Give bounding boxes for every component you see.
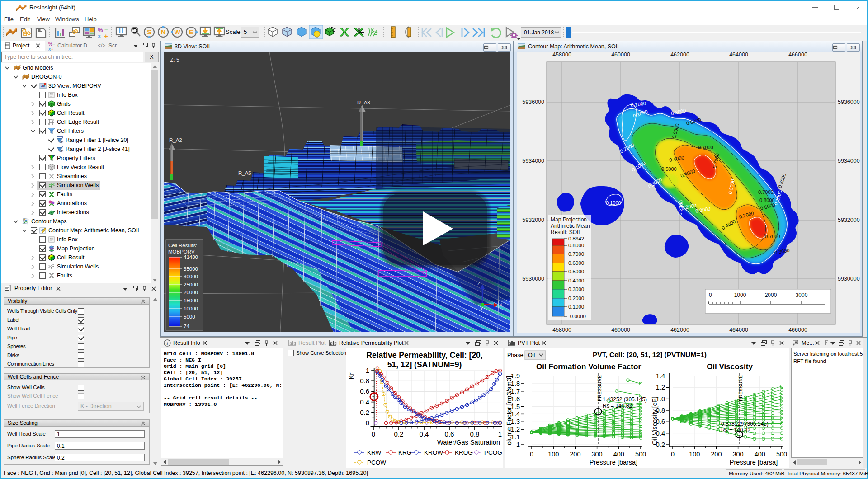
- svg-text:KRG: KRG: [398, 449, 411, 456]
- svg-text:15000: 15000: [184, 298, 198, 303]
- svg-text:400: 400: [613, 451, 624, 458]
- svg-text:0.7000: 0.7000: [765, 234, 780, 239]
- svg-text:25000: 25000: [184, 282, 198, 287]
- svg-text:5000: 5000: [184, 314, 195, 319]
- svg-text:R_A2: R_A2: [169, 137, 182, 143]
- svg-text:W: W: [174, 28, 180, 36]
- svg-text:olume Factor [rm3/sm3]: olume Factor [rm3/sm3]: [505, 376, 513, 445]
- svg-text:PCOW: PCOW: [367, 459, 386, 466]
- svg-text:3000: 3000: [796, 292, 808, 298]
- svg-text:Cell Results:: Cell Results:: [168, 243, 198, 248]
- svg-text:MOBPORV: MOBPORV: [168, 249, 195, 254]
- svg-text:460000: 460000: [611, 327, 630, 333]
- svg-text:0.6: 0.6: [360, 387, 369, 395]
- svg-text:0.8: 0.8: [360, 377, 369, 385]
- svg-text:Map Projection: Map Projection: [551, 216, 587, 223]
- svg-text:PCOG: PCOG: [484, 449, 502, 456]
- svg-text:500: 500: [776, 451, 787, 458]
- svg-text:1: 1: [498, 430, 502, 438]
- svg-text:PVT, Cell: [20, 51, 12] (PVTNU: PVT, Cell: [20, 51, 12] (PVTNUM=1): [593, 351, 707, 358]
- svg-text:Arithmetic Mean: Arithmetic Mean: [551, 223, 590, 229]
- svg-text:0.7000: 0.7000: [698, 145, 713, 150]
- svg-text:Result: SOIL: Result: SOIL: [551, 229, 581, 235]
- svg-text:10000: 10000: [184, 306, 198, 311]
- svg-text:KROW: KROW: [424, 449, 443, 456]
- svg-text:5930000: 5930000: [838, 276, 860, 282]
- svg-text:Rs = 140.82: Rs = 140.82: [721, 427, 750, 433]
- svg-text:100: 100: [689, 451, 700, 458]
- svg-text:Oil: Oil: [528, 352, 535, 358]
- svg-text:0.6000: 0.6000: [568, 260, 584, 266]
- svg-text:0.1000: 0.1000: [606, 200, 621, 206]
- svg-text:1000: 1000: [734, 292, 746, 298]
- svg-text:35000: 35000: [184, 266, 198, 272]
- svg-text:458000: 458000: [552, 52, 571, 58]
- svg-text:0.2: 0.2: [394, 430, 404, 438]
- svg-text:0: 0: [530, 451, 533, 458]
- svg-text:Water/Gas Saturation: Water/Gas Saturation: [437, 439, 500, 446]
- svg-text:0.6: 0.6: [445, 430, 454, 438]
- svg-text:0.4: 0.4: [360, 398, 369, 406]
- svg-text:5932000: 5932000: [838, 217, 860, 223]
- svg-text:0.4: 0.4: [420, 430, 429, 438]
- svg-text:0.1000: 0.1000: [568, 304, 584, 310]
- svg-text:2000: 2000: [765, 292, 777, 298]
- svg-text:500: 500: [635, 451, 646, 458]
- svg-text:466000: 466000: [788, 52, 807, 58]
- svg-text:R_A5: R_A5: [238, 170, 251, 176]
- svg-text:E: E: [189, 28, 193, 36]
- svg-text:0: 0: [366, 419, 369, 427]
- svg-text:0.2: 0.2: [360, 409, 369, 416]
- svg-text:Pressure [barsa]: Pressure [barsa]: [590, 459, 637, 466]
- svg-text:400: 400: [755, 451, 765, 458]
- svg-text:0.4000: 0.4000: [568, 278, 584, 283]
- svg-text:1.43252 (305.145): 1.43252 (305.145): [603, 396, 647, 403]
- svg-text:+: +: [104, 32, 108, 40]
- svg-text:1.4: 1.4: [656, 372, 665, 380]
- svg-text:466000: 466000: [788, 327, 807, 333]
- svg-text:1.2: 1.2: [656, 384, 665, 391]
- svg-text:5934000: 5934000: [522, 158, 544, 164]
- svg-text:Phase:: Phase:: [507, 352, 525, 358]
- svg-text:Oil Formation Volume Factor: Oil Formation Volume Factor: [536, 362, 641, 371]
- svg-text:0.3000: 0.3000: [568, 286, 584, 292]
- svg-text:5934000: 5934000: [838, 158, 860, 164]
- svg-text:1: 1: [366, 366, 369, 374]
- svg-text:Kr: Kr: [347, 372, 355, 379]
- svg-text:0: 0: [372, 430, 375, 438]
- svg-text:0.7000: 0.7000: [758, 189, 774, 195]
- svg-text:0.5000: 0.5000: [661, 166, 677, 172]
- svg-text:74: 74: [184, 324, 189, 329]
- svg-text:460000: 460000: [611, 52, 630, 58]
- svg-text:0: 0: [709, 292, 712, 298]
- svg-text:X: X: [499, 302, 503, 308]
- svg-text:5930000: 5930000: [522, 276, 544, 282]
- svg-text:0.8: 0.8: [470, 430, 480, 438]
- svg-text:51, 12] (SATNUM=9): 51, 12] (SATNUM=9): [387, 360, 462, 369]
- svg-text:0.8642: 0.8642: [568, 236, 584, 241]
- svg-text:Relative Permeability, Cell: [: Relative Permeability, Cell: [20,: [366, 351, 482, 360]
- svg-text:0.378129 (305.145): 0.378129 (305.145): [721, 421, 769, 427]
- svg-text:0.8000: 0.8000: [568, 243, 584, 248]
- svg-text:5932000: 5932000: [522, 217, 544, 223]
- svg-text:20000: 20000: [184, 290, 198, 295]
- svg-text:Oil Viscosity: Oil Viscosity: [707, 362, 753, 371]
- svg-text:5936000: 5936000: [522, 99, 544, 105]
- svg-text:30000: 30000: [184, 274, 198, 279]
- svg-text:464000: 464000: [729, 327, 748, 333]
- svg-text:41480: 41480: [184, 254, 198, 260]
- svg-text:462000: 462000: [670, 52, 689, 58]
- svg-text:Z: 5: Z: 5: [170, 57, 179, 63]
- svg-text:0: 0: [671, 451, 675, 458]
- svg-text:Oil Viscosity [cP]: Oil Viscosity [cP]: [651, 396, 658, 445]
- svg-text:464000: 464000: [729, 52, 748, 58]
- svg-text:0.7000: 0.7000: [568, 251, 584, 257]
- svg-text:KROG: KROG: [455, 449, 473, 456]
- svg-text:300: 300: [591, 451, 602, 458]
- svg-text:Y: Y: [480, 306, 483, 311]
- svg-text:100: 100: [548, 451, 559, 458]
- svg-text:300: 300: [732, 451, 743, 458]
- svg-text:Z: Z: [477, 281, 481, 286]
- svg-text:5936000: 5936000: [838, 99, 860, 105]
- svg-text:Pressure [barsa]: Pressure [barsa]: [730, 459, 778, 466]
